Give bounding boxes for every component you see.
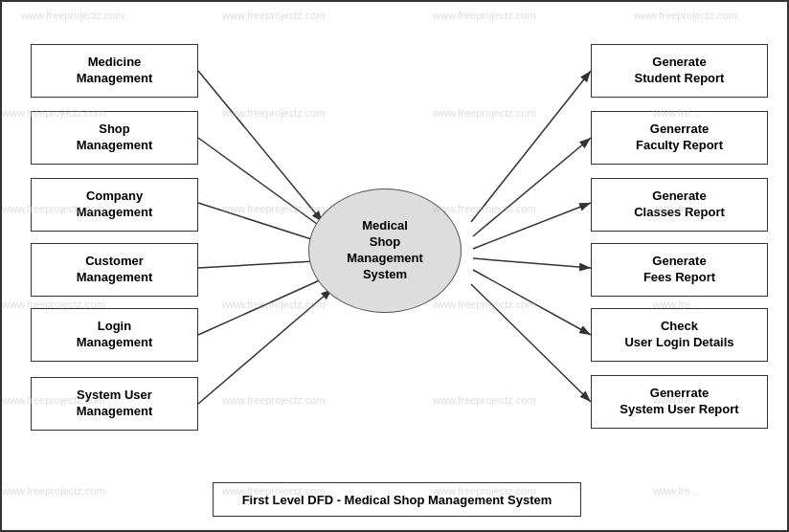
watermark-7: www.freeprojectz.com (433, 107, 536, 119)
center-circle: Medical Shop Management System (308, 188, 462, 313)
watermark-1: www.freeprojectz.com (21, 10, 124, 21)
system-user-management-label: System User Management (77, 388, 152, 420)
svg-line-12 (471, 284, 591, 402)
svg-line-10 (473, 258, 591, 268)
svg-line-11 (473, 270, 591, 335)
generate-system-user-report-label: Generrate System User Report (620, 386, 738, 418)
system-user-management-node: System User Management (31, 377, 198, 431)
svg-line-1 (198, 71, 323, 222)
svg-line-9 (473, 203, 591, 249)
shop-management-node: Shop Management (31, 111, 198, 165)
generate-system-user-report-node: Generrate System User Report (591, 375, 768, 429)
watermark-10: www.freeprojectz.com (222, 203, 326, 214)
watermark-21: www.freeprojectz.com (2, 485, 105, 497)
watermark-11: www.freeprojectz.com (433, 203, 536, 214)
watermark-4: www.freeprojectz.com (634, 10, 737, 21)
medicine-management-label: Medicine Management (77, 55, 152, 87)
generate-faculty-report-label: Generrate Faculty Report (636, 122, 723, 154)
customer-management-node: Customer Management (31, 243, 198, 297)
watermark-14: www.freeprojectz.com (222, 299, 326, 310)
diagram-container: Medicine Management Shop Management Comp… (0, 0, 789, 532)
watermark-3: www.freeprojectz.com (433, 10, 536, 21)
login-management-node: Login Management (31, 308, 198, 362)
medicine-management-node: Medicine Management (31, 44, 198, 98)
shop-management-label: Shop Management (77, 122, 152, 154)
svg-line-7 (471, 71, 591, 222)
generate-fees-report-label: Generate Fees Report (643, 254, 715, 286)
svg-line-6 (198, 289, 332, 404)
watermark-19: www.freeprojectz.com (433, 394, 536, 406)
generate-student-report-node: Generate Student Report (591, 44, 768, 98)
generate-classes-report-label: Generate Classes Report (634, 188, 725, 221)
watermark-2: www.freeprojectz.com (222, 10, 326, 21)
login-management-label: Login Management (77, 319, 152, 351)
footer-label: First Level DFD - Medical Shop Managemen… (213, 482, 581, 517)
generate-classes-report-node: Generate Classes Report (591, 178, 768, 232)
center-label: Medical Shop Management System (347, 218, 422, 283)
generate-student-report-label: Generate Student Report (635, 55, 725, 87)
svg-line-2 (198, 138, 327, 232)
watermark-15: www.freeprojectz.com (433, 299, 536, 310)
generate-faculty-report-node: Generrate Faculty Report (591, 111, 768, 165)
company-management-label: Company Management (77, 188, 152, 221)
watermark-18: www.freeprojectz.com (222, 394, 326, 406)
generate-fees-report-node: Generate Fees Report (591, 243, 768, 297)
footer-title-text: First Level DFD - Medical Shop Managemen… (242, 493, 552, 507)
svg-line-8 (473, 138, 591, 236)
svg-line-5 (198, 275, 332, 335)
check-user-login-node: Check User Login Details (591, 308, 768, 362)
customer-management-label: Customer Management (77, 254, 152, 286)
watermark-24: www.fre... (653, 485, 699, 497)
check-user-login-label: Check User Login Details (624, 319, 733, 351)
company-management-node: Company Management (31, 178, 198, 232)
watermark-6: www.freeprojectz.com (222, 107, 326, 119)
